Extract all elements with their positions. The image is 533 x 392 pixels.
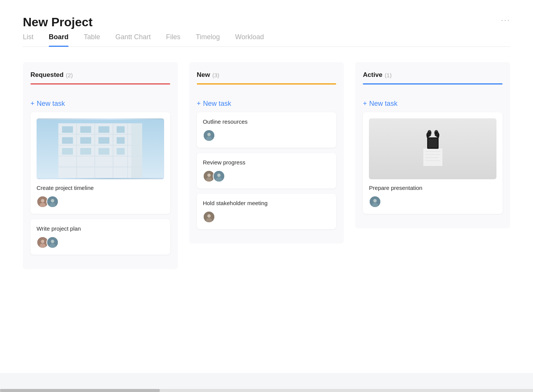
svg-rect-15 (80, 137, 91, 143)
svg-rect-12 (99, 126, 110, 133)
tab-navigation: List Board Table Gantt Chart Files Timel… (23, 33, 510, 47)
card-review-progress[interactable]: Review progress (197, 153, 337, 188)
column-header-active: Active (1) (363, 71, 503, 90)
new-task-button-active[interactable]: + New task (363, 97, 503, 112)
tab-table[interactable]: Table (84, 33, 100, 46)
svg-point-30 (41, 240, 45, 243)
svg-point-34 (49, 244, 56, 248)
tab-files[interactable]: Files (166, 33, 180, 46)
svg-rect-13 (116, 126, 124, 133)
svg-rect-10 (62, 126, 73, 133)
svg-point-25 (40, 203, 46, 207)
scrollbar[interactable] (0, 389, 533, 392)
svg-point-28 (49, 203, 56, 207)
svg-rect-14 (62, 137, 73, 143)
svg-point-36 (207, 133, 211, 136)
column-title-new: New (197, 71, 210, 79)
column-divider-requested (30, 83, 170, 84)
page-title: New Project (23, 15, 93, 29)
column-header-new: New (3) (197, 71, 337, 90)
svg-rect-16 (99, 137, 110, 143)
card-create-project-timeline[interactable]: Create project timeline (30, 112, 170, 214)
board-container: Requested (2) + New task (23, 62, 510, 269)
more-options-button[interactable]: ··· (501, 15, 510, 25)
avatar (203, 129, 215, 142)
card-avatars (203, 170, 330, 182)
card-title-hold-stakeholder-meeting: Hold stakeholder meeting (203, 200, 330, 206)
avatar (203, 211, 215, 223)
card-avatars (369, 196, 496, 208)
avatar (369, 196, 381, 208)
new-task-button-requested[interactable]: + New task (30, 97, 170, 112)
svg-point-46 (206, 218, 212, 223)
column-requested: Requested (2) + New task (23, 62, 178, 269)
card-prepare-presentation[interactable]: Prepare presentation (363, 112, 503, 214)
svg-point-45 (207, 214, 211, 218)
card-title-write-project-plan: Write project plan (37, 225, 164, 232)
card-outline-resources[interactable]: Outline resources (197, 112, 337, 148)
column-title-active: Active (363, 71, 382, 79)
svg-rect-20 (99, 148, 110, 155)
svg-rect-17 (116, 137, 124, 143)
tab-workload[interactable]: Workload (235, 33, 264, 46)
avatar (213, 170, 225, 182)
column-header-requested: Requested (2) (30, 71, 170, 90)
page-header: New Project ··· (23, 15, 510, 29)
tab-board[interactable]: Board (49, 33, 69, 46)
column-count-new: (3) (212, 72, 219, 78)
card-avatars (37, 196, 164, 208)
svg-point-31 (40, 244, 46, 248)
card-hold-stakeholder-meeting[interactable]: Hold stakeholder meeting (197, 194, 337, 229)
tab-timelog[interactable]: Timelog (196, 33, 220, 46)
column-divider-new (197, 83, 337, 84)
svg-point-40 (206, 177, 212, 182)
column-count-active: (1) (385, 72, 391, 78)
svg-point-43 (216, 177, 222, 182)
svg-rect-22 (131, 123, 142, 178)
column-divider-active (363, 83, 503, 84)
svg-point-59 (372, 203, 378, 207)
column-title-requested: Requested (30, 71, 64, 79)
card-title-outline-resources: Outline resources (203, 118, 330, 125)
svg-rect-21 (116, 148, 124, 155)
svg-rect-18 (62, 148, 73, 155)
svg-rect-11 (80, 126, 91, 133)
new-task-label-active: New task (369, 100, 397, 108)
svg-point-37 (206, 137, 212, 141)
card-title-prepare-presentation: Prepare presentation (369, 185, 496, 191)
card-avatars (203, 211, 330, 223)
card-avatars (203, 129, 330, 142)
column-new: New (3) + New task Outline resources (189, 62, 344, 244)
column-active: Active (1) + New task (355, 62, 510, 228)
svg-point-24 (41, 199, 45, 202)
card-title-review-progress: Review progress (203, 159, 330, 166)
card-image-clip (369, 118, 496, 179)
svg-point-58 (373, 199, 377, 202)
scroll-thumb[interactable] (0, 389, 160, 392)
card-avatars (37, 236, 164, 249)
svg-rect-19 (80, 148, 91, 155)
new-task-button-new[interactable]: + New task (197, 97, 337, 112)
card-write-project-plan[interactable]: Write project plan (30, 219, 170, 255)
svg-point-27 (51, 199, 54, 202)
svg-point-39 (207, 174, 211, 177)
card-title-create-project-timeline: Create project timeline (37, 185, 164, 191)
column-count-requested: (2) (66, 72, 73, 78)
new-task-label-new: New task (203, 100, 231, 108)
tab-gantt[interactable]: Gantt Chart (115, 33, 151, 46)
svg-point-33 (51, 240, 54, 243)
tab-list[interactable]: List (23, 33, 34, 46)
svg-rect-50 (428, 139, 437, 148)
avatar (46, 196, 59, 208)
svg-rect-47 (423, 147, 442, 166)
card-image-building (37, 118, 164, 179)
svg-point-42 (217, 174, 220, 177)
new-task-label-requested: New task (37, 100, 65, 108)
avatar (46, 236, 59, 249)
